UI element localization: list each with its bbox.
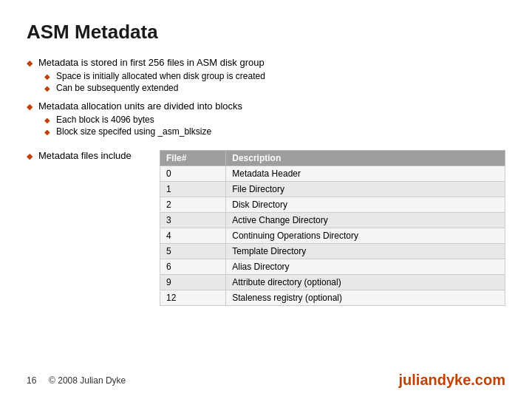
table-row: 9Attribute directory (optional) [160,275,505,290]
table-row: 5Template Directory [160,244,505,259]
footer-brand: juliandyke.com [399,372,506,389]
table-cell-desc: File Directory [226,182,505,197]
page-title: ASM Metadata [27,21,505,44]
table-cell-file: 9 [160,275,226,290]
sub-bullet-1-2-text: Can be subsequently extended [56,83,178,93]
bullet-icon-3: ◆ [27,151,33,161]
bullet-1: ◆ Metadata is stored in first 256 files … [27,57,505,68]
table-cell-desc: Active Change Directory [226,213,505,228]
table-cell-file: 2 [160,197,226,213]
table-cell-desc: Disk Directory [226,197,505,213]
footer-page: 16 © 2008 Julian Dyke [27,375,126,386]
table-cell-desc: Alias Directory [226,259,505,275]
col-header-desc: Description [226,151,505,166]
bullet-3-text: Metadata files include [38,150,132,161]
table-cell-file: 12 [160,290,226,306]
bottom-row: ◆ Metadata files include File# Descripti… [27,150,505,306]
table-cell-file: 5 [160,244,226,259]
slide: ASM Metadata ◆ Metadata is stored in fir… [0,0,532,399]
sub-icon-2-1: ◆ [44,116,50,124]
table-cell-file: 3 [160,213,226,228]
table-row: 2Disk Directory [160,197,505,213]
bullet-2-subs: ◆ Each block is 4096 bytes ◆ Block size … [44,115,505,137]
bullet-icon-1: ◆ [27,58,33,68]
metadata-table-wrapper: File# Description 0Metadata Header1File … [160,150,505,306]
table-row: 12Staleness registry (optional) [160,290,505,306]
bullet-2-text: Metadata allocation units are divided in… [38,100,242,112]
bullet-section-1: ◆ Metadata is stored in first 256 files … [27,57,505,93]
footer-copyright: © 2008 Julian Dyke [49,375,126,386]
table-cell-desc: Staleness registry (optional) [226,290,505,306]
table-cell-file: 0 [160,166,226,182]
sub-bullet-1-1-text: Space is initially allocated when disk g… [56,71,265,81]
table-row: 3Active Change Directory [160,213,505,228]
bullet-1-text: Metadata is stored in first 256 files in… [38,57,265,68]
bullet-1-subs: ◆ Space is initially allocated when disk… [44,71,505,93]
sub-bullet-2-1: ◆ Each block is 4096 bytes [44,115,505,125]
sub-bullet-2-2: ◆ Block size specifed using _asm_blksize [44,126,505,137]
footer-page-number: 16 [27,375,36,386]
content-area: ◆ Metadata is stored in first 256 files … [27,57,505,306]
table-cell-file: 1 [160,182,226,197]
metadata-table: File# Description 0Metadata Header1File … [160,150,505,306]
table-cell-file: 6 [160,259,226,275]
bullet-section-2: ◆ Metadata allocation units are divided … [27,100,505,137]
table-cell-desc: Metadata Header [226,166,505,182]
table-cell-desc: Attribute directory (optional) [226,275,505,290]
sub-bullet-2-2-text: Block size specifed using _asm_blksize [56,126,211,137]
bullet-3: ◆ Metadata files include [27,150,145,161]
table-row: 6Alias Directory [160,259,505,275]
table-cell-file: 4 [160,228,226,244]
table-row: 1File Directory [160,182,505,197]
table-cell-desc: Template Directory [226,244,505,259]
table-row: 4Continuing Operations Directory [160,228,505,244]
sub-icon-1-2: ◆ [44,84,50,92]
sub-icon-2-2: ◆ [44,128,50,136]
footer: 16 © 2008 Julian Dyke juliandyke.com [0,372,532,389]
sub-bullet-1-2: ◆ Can be subsequently extended [44,83,505,93]
col-header-file: File# [160,151,226,166]
sub-bullet-1-1: ◆ Space is initially allocated when disk… [44,71,505,81]
sub-bullet-2-1-text: Each block is 4096 bytes [56,115,154,125]
table-row: 0Metadata Header [160,166,505,182]
bullet-icon-2: ◆ [27,102,33,112]
table-cell-desc: Continuing Operations Directory [226,228,505,244]
bullet-2: ◆ Metadata allocation units are divided … [27,100,505,112]
sub-icon-1-1: ◆ [44,72,50,81]
